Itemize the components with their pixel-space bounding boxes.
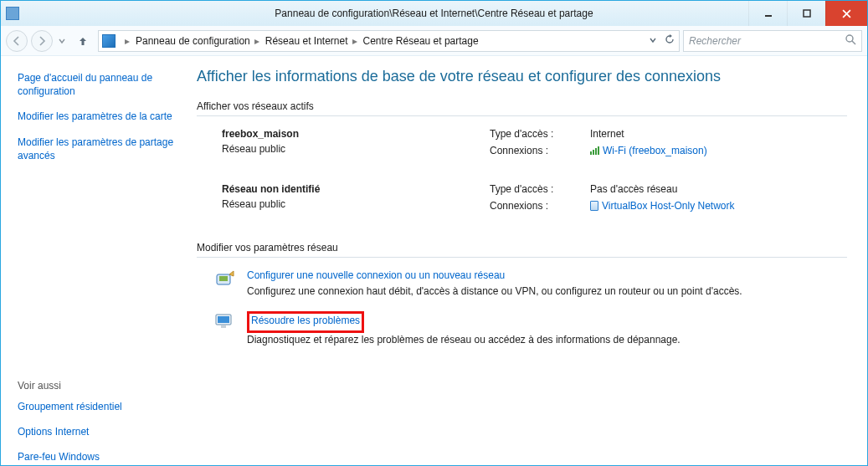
history-dropdown[interactable] — [56, 33, 68, 49]
network-name: freebox_maison — [222, 128, 299, 140]
address-dropdown-icon[interactable] — [649, 35, 657, 47]
main-content: Afficher les informations de base de vot… — [185, 56, 867, 465]
access-label: Type d'accès : — [490, 183, 590, 195]
sidebar-item-adapter-settings[interactable]: Modifier les paramètres de la carte — [18, 110, 175, 123]
refresh-button[interactable] — [664, 33, 675, 48]
chevron-right-icon: ▸ — [121, 35, 134, 47]
up-button[interactable] — [73, 31, 93, 51]
search-icon[interactable] — [845, 33, 856, 48]
breadcrumb-segment[interactable]: Panneau de configuration▸ — [136, 35, 264, 47]
network-block: freebox_maison Réseau public Type d'accè… — [197, 128, 847, 161]
troubleshoot-link[interactable]: Résoudre les problèmes — [251, 315, 360, 326]
new-connection-desc: Configurez une connexion haut débit, d'a… — [247, 284, 847, 298]
control-panel-window: Panneau de configuration\Réseau et Inter… — [0, 0, 868, 466]
svg-rect-4 — [219, 276, 228, 281]
connections-label: Connexions : — [490, 145, 590, 156]
seealso-internet-options[interactable]: Options Internet — [18, 425, 175, 438]
svg-rect-0 — [765, 15, 772, 17]
network-type: Réseau public — [222, 143, 456, 155]
chevron-right-icon: ▸ — [348, 35, 362, 47]
network-type: Réseau public — [222, 198, 456, 210]
setting-troubleshoot: Résoudre les problèmes Diagnostiquez et … — [197, 311, 847, 346]
sidebar-item-advanced-sharing[interactable]: Modifier les paramètres de partage avanc… — [18, 136, 175, 162]
wifi-signal-icon — [590, 146, 599, 155]
setting-new-connection: Configurer une nouvelle connexion ou un … — [197, 269, 847, 298]
divider — [197, 257, 847, 258]
connection-link-ethernet[interactable]: VirtualBox Host-Only Network — [590, 200, 735, 212]
app-icon — [6, 7, 19, 20]
search-box[interactable] — [683, 30, 862, 52]
close-button[interactable] — [825, 1, 867, 26]
window-title: Panneau de configuration\Réseau et Inter… — [275, 8, 593, 19]
troubleshoot-desc: Diagnostiquez et réparez les problèmes d… — [247, 333, 847, 346]
control-panel-icon — [102, 34, 116, 48]
titlebar: Panneau de configuration\Réseau et Inter… — [1, 1, 867, 26]
svg-rect-6 — [218, 316, 229, 323]
chevron-right-icon: ▸ — [250, 35, 264, 47]
forward-button[interactable] — [31, 30, 53, 52]
sidebar-item-home[interactable]: Page d'accueil du panneau de configurati… — [18, 71, 175, 98]
svg-rect-1 — [804, 10, 810, 17]
window-buttons — [748, 1, 867, 26]
divider — [197, 115, 847, 116]
seealso-firewall[interactable]: Pare-feu Windows — [18, 450, 175, 463]
troubleshoot-icon — [213, 311, 237, 331]
address-bar[interactable]: ▸ Panneau de configuration▸ Réseau et In… — [98, 30, 680, 52]
svg-rect-7 — [221, 325, 226, 328]
new-connection-icon — [213, 269, 237, 289]
breadcrumb-segment[interactable]: Réseau et Internet▸ — [265, 35, 362, 47]
page-heading: Afficher les informations de base de vot… — [197, 68, 847, 85]
sidebar: Page d'accueil du panneau de configurati… — [1, 56, 185, 465]
new-connection-link[interactable]: Configurer une nouvelle connexion ou un … — [247, 269, 505, 281]
connection-link-wifi[interactable]: Wi-Fi (freebox_maison) — [590, 145, 707, 156]
active-networks-label: Afficher vos réseaux actifs — [197, 100, 847, 112]
see-also-label: Voir aussi — [18, 380, 175, 392]
search-input[interactable] — [689, 35, 845, 47]
connections-label: Connexions : — [490, 200, 590, 212]
network-name: Réseau non identifié — [222, 183, 320, 195]
breadcrumb-segment[interactable]: Centre Réseau et partage — [363, 35, 479, 47]
network-block: Réseau non identifié Réseau public Type … — [197, 183, 847, 217]
network-settings-label: Modifier vos paramètres réseau — [197, 242, 847, 253]
seealso-homegroup[interactable]: Groupement résidentiel — [18, 400, 175, 413]
access-value: Internet — [590, 128, 847, 140]
back-button[interactable] — [6, 30, 28, 52]
access-label: Type d'accès : — [490, 128, 590, 140]
minimize-button[interactable] — [748, 1, 787, 26]
highlight-box: Résoudre les problèmes — [247, 311, 364, 333]
navbar: ▸ Panneau de configuration▸ Réseau et In… — [1, 26, 867, 56]
body: Page d'accueil du panneau de configurati… — [1, 56, 867, 465]
ethernet-icon — [590, 201, 598, 211]
access-value: Pas d'accès réseau — [590, 183, 847, 195]
svg-point-2 — [846, 35, 853, 42]
maximize-button[interactable] — [787, 1, 825, 26]
